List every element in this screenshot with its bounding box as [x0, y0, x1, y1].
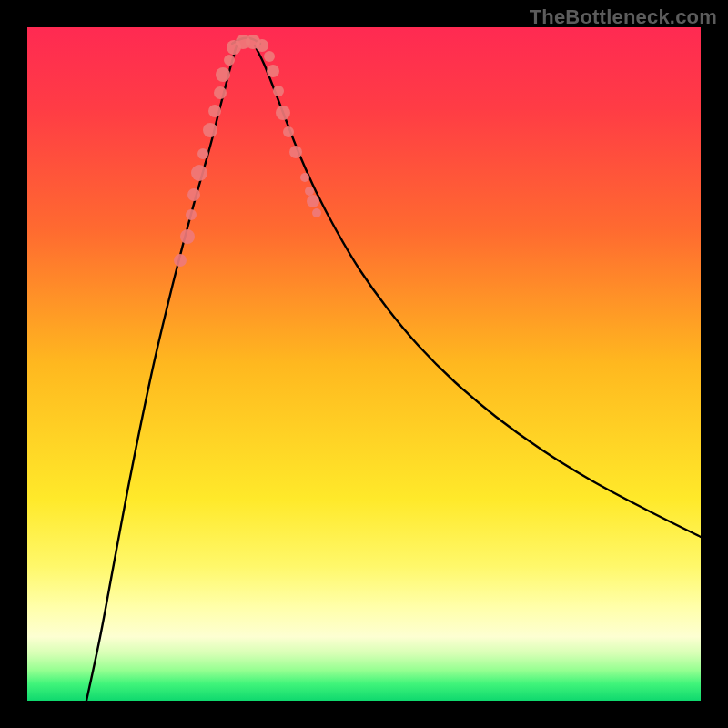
data-point: [289, 146, 302, 158]
data-point: [197, 148, 208, 159]
data-point: [191, 165, 207, 181]
data-point: [300, 173, 309, 182]
data-point: [283, 126, 294, 137]
data-point: [256, 39, 268, 52]
data-point: [180, 229, 195, 244]
data-point: [305, 187, 314, 196]
chart-svg: [27, 27, 701, 701]
data-point: [186, 209, 197, 220]
watermark-text: TheBottleneck.com: [530, 5, 717, 29]
chart-frame: TheBottleneck.com: [0, 0, 728, 728]
plot-area: [27, 27, 701, 701]
data-point: [203, 123, 217, 137]
data-point: [312, 208, 321, 217]
data-point: [214, 86, 227, 99]
gradient-background: [27, 27, 701, 701]
data-point: [224, 55, 235, 66]
data-point: [276, 106, 290, 120]
data-point: [174, 254, 187, 267]
data-point: [267, 65, 279, 77]
data-point: [264, 51, 275, 62]
data-point: [307, 195, 319, 207]
data-point: [208, 105, 221, 117]
data-point: [273, 86, 284, 96]
data-point: [187, 188, 200, 201]
data-point: [216, 67, 230, 82]
